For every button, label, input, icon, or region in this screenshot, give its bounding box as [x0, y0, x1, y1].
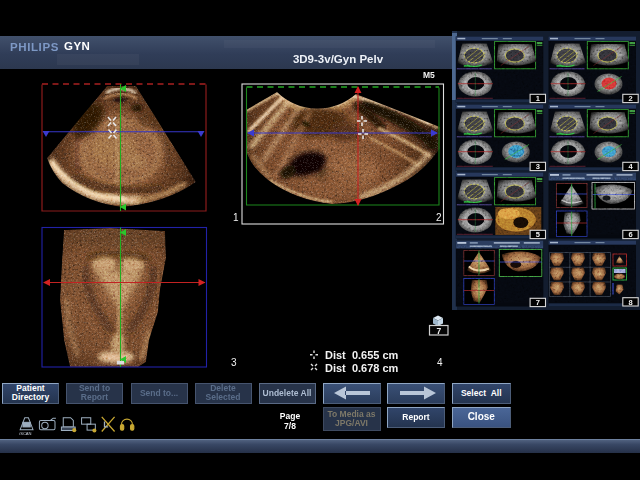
svg-text:M5: M5	[423, 70, 435, 80]
svg-text:1: 1	[233, 212, 239, 223]
svg-text:iSCAN: iSCAN	[19, 431, 31, 436]
svg-text:7: 7	[436, 326, 441, 336]
svg-text:2: 2	[436, 212, 442, 223]
svg-text:3: 3	[231, 357, 237, 368]
svg-text:4: 4	[437, 357, 443, 368]
